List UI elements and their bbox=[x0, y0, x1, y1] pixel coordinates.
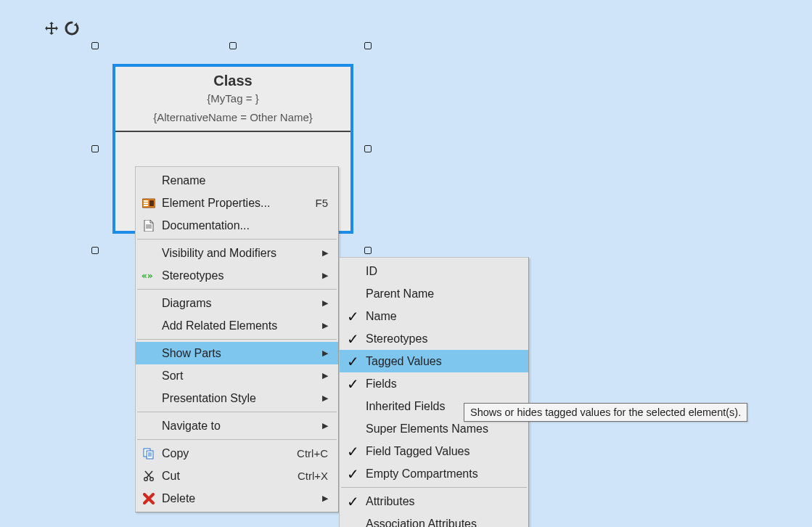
submenu-id-label: ID bbox=[366, 265, 518, 278]
class-header: Class {MyTag = } {AlternativeName = Othe… bbox=[115, 67, 350, 132]
submenu-arrow-icon: ▶ bbox=[322, 494, 328, 503]
menu-rename-label: Rename bbox=[162, 174, 328, 187]
submenu-empty-compartments[interactable]: ✓ Empty Compartments bbox=[340, 462, 528, 485]
submenu-arrow-icon: ▶ bbox=[322, 371, 328, 380]
check-icon: ✓ bbox=[340, 354, 366, 369]
menu-sort[interactable]: Sort ▶ bbox=[136, 364, 338, 387]
menu-cut-shortcut: Ctrl+X bbox=[298, 470, 328, 482]
check-icon: ✓ bbox=[340, 332, 366, 346]
check-icon: ✓ bbox=[340, 494, 366, 509]
check-icon: ✓ bbox=[340, 377, 366, 391]
context-menu: Rename Element Properties... F5 Docu bbox=[135, 166, 339, 512]
check-icon: ✓ bbox=[340, 467, 366, 481]
submenu-tagged-values-label: Tagged Values bbox=[366, 355, 518, 368]
submenu-name[interactable]: ✓ Name bbox=[340, 305, 528, 327]
menu-diagrams-label: Diagrams bbox=[162, 297, 318, 310]
class-title: Class bbox=[121, 73, 345, 89]
submenu-attributes[interactable]: ✓ Attributes bbox=[340, 490, 528, 512]
stereotypes-icon: «» bbox=[136, 271, 162, 280]
submenu-arrow-icon: ▶ bbox=[322, 298, 328, 308]
class-tag-mytag: {MyTag = } bbox=[121, 89, 345, 108]
menu-copy-shortcut: Ctrl+C bbox=[297, 447, 328, 459]
submenu-attributes-label: Attributes bbox=[366, 495, 518, 508]
copy-icon bbox=[136, 448, 162, 459]
menu-documentation-label: Documentation... bbox=[162, 219, 328, 232]
menu-rename[interactable]: Rename bbox=[136, 169, 338, 192]
menu-stereotypes-label: Stereotypes bbox=[162, 269, 318, 282]
menu-separator bbox=[137, 289, 337, 290]
menu-visibility-label: Visibility and Modifiers bbox=[162, 247, 318, 260]
selection-handle-nw[interactable] bbox=[91, 42, 99, 49]
menu-copy[interactable]: Copy Ctrl+C bbox=[136, 442, 338, 465]
submenu-name-label: Name bbox=[366, 310, 518, 323]
selection-handle-n[interactable] bbox=[229, 42, 237, 49]
submenu-empty-compartments-label: Empty Compartments bbox=[366, 467, 518, 481]
svg-text:«»: «» bbox=[142, 271, 153, 280]
properties-icon bbox=[136, 198, 162, 208]
selection-handle-e[interactable] bbox=[364, 145, 372, 152]
selection-handle-se[interactable] bbox=[364, 247, 372, 254]
submenu-super-names-label: Super Elements Names bbox=[366, 422, 518, 436]
menu-element-properties-shortcut: F5 bbox=[315, 197, 328, 209]
tooltip: Shows or hides tagged values for the sel… bbox=[464, 403, 747, 422]
svg-rect-2 bbox=[144, 203, 148, 204]
selection-handle-sw[interactable] bbox=[91, 247, 99, 254]
submenu-arrow-icon: ▶ bbox=[322, 248, 328, 258]
menu-add-related-label: Add Related Elements bbox=[162, 319, 318, 332]
menu-stereotypes[interactable]: «» Stereotypes ▶ bbox=[136, 264, 338, 287]
menu-copy-label: Copy bbox=[162, 447, 297, 460]
menu-delete[interactable]: Delete ▶ bbox=[136, 487, 338, 510]
submenu-stereotypes-label: Stereotypes bbox=[366, 332, 518, 346]
menu-navigate-label: Navigate to bbox=[162, 420, 318, 433]
svg-rect-4 bbox=[149, 200, 154, 206]
submenu-field-tagged[interactable]: ✓ Field Tagged Values bbox=[340, 440, 528, 462]
move-icon[interactable] bbox=[44, 20, 60, 36]
menu-separator bbox=[137, 439, 337, 440]
svg-rect-3 bbox=[144, 205, 148, 206]
submenu-fields-label: Fields bbox=[366, 377, 518, 391]
selection-handle-ne[interactable] bbox=[364, 42, 372, 49]
submenu-arrow-icon: ▶ bbox=[322, 271, 328, 280]
check-icon: ✓ bbox=[340, 444, 366, 459]
menu-cut[interactable]: Cut Ctrl+X bbox=[136, 465, 338, 487]
document-icon bbox=[136, 220, 162, 232]
menu-show-parts-label: Show Parts bbox=[162, 347, 318, 360]
submenu-parent-name[interactable]: Parent Name bbox=[340, 282, 528, 305]
refresh-icon[interactable] bbox=[64, 20, 80, 36]
menu-diagrams[interactable]: Diagrams ▶ bbox=[136, 292, 338, 314]
menu-element-properties-label: Element Properties... bbox=[162, 197, 315, 210]
submenu-field-tagged-label: Field Tagged Values bbox=[366, 445, 518, 458]
menu-delete-label: Delete bbox=[162, 492, 318, 505]
menu-separator bbox=[137, 339, 337, 340]
submenu-parent-name-label: Parent Name bbox=[366, 287, 518, 301]
menu-separator bbox=[137, 412, 337, 412]
menu-add-related[interactable]: Add Related Elements ▶ bbox=[136, 314, 338, 337]
selection-handle-w[interactable] bbox=[91, 145, 99, 152]
submenu-arrow-icon: ▶ bbox=[322, 321, 328, 330]
menu-show-parts[interactable]: Show Parts ▶ bbox=[136, 342, 338, 364]
menu-navigate[interactable]: Navigate to ▶ bbox=[136, 414, 338, 437]
svg-rect-1 bbox=[144, 200, 148, 202]
check-icon: ✓ bbox=[340, 309, 366, 324]
menu-visibility[interactable]: Visibility and Modifiers ▶ bbox=[136, 242, 338, 264]
submenu-assoc-attributes[interactable]: Association Attributes bbox=[340, 512, 528, 527]
menu-element-properties[interactable]: Element Properties... F5 bbox=[136, 192, 338, 214]
submenu-id[interactable]: ID bbox=[340, 260, 528, 282]
submenu-arrow-icon: ▶ bbox=[322, 348, 328, 358]
cut-icon bbox=[136, 470, 162, 482]
menu-presentation-label: Presentation Style bbox=[162, 392, 318, 405]
submenu-stereotypes[interactable]: ✓ Stereotypes bbox=[340, 327, 528, 350]
submenu-arrow-icon: ▶ bbox=[322, 421, 328, 430]
show-parts-submenu: ID Parent Name ✓ Name ✓ Stereotypes ✓ Ta… bbox=[339, 257, 529, 527]
submenu-arrow-icon: ▶ bbox=[322, 393, 328, 403]
submenu-assoc-attributes-label: Association Attributes bbox=[366, 518, 518, 528]
menu-separator bbox=[137, 239, 337, 240]
menu-documentation[interactable]: Documentation... bbox=[136, 214, 338, 237]
menu-presentation[interactable]: Presentation Style ▶ bbox=[136, 387, 338, 409]
delete-icon bbox=[136, 493, 162, 504]
submenu-tagged-values[interactable]: ✓ Tagged Values bbox=[340, 350, 528, 372]
menu-cut-label: Cut bbox=[162, 470, 298, 483]
menu-separator bbox=[341, 487, 527, 488]
submenu-fields[interactable]: ✓ Fields bbox=[340, 372, 528, 395]
menu-sort-label: Sort bbox=[162, 369, 318, 383]
